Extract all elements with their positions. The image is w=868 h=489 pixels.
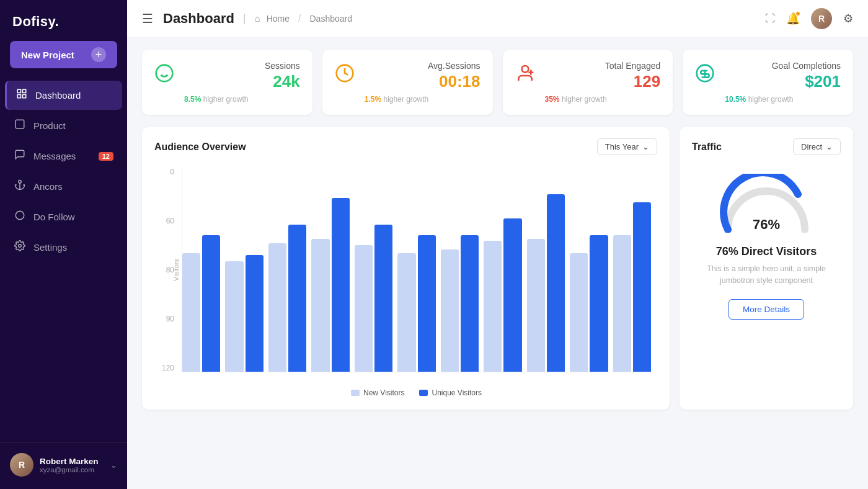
- stat-growth-pct: 1.5%: [365, 95, 381, 104]
- chart-bars-area: Visitors: [182, 168, 651, 372]
- breadcrumb-home[interactable]: Home: [267, 14, 290, 24]
- sidebar-footer: R Robert Marken xyza@gmail.com ⌄: [0, 442, 127, 489]
- chart-bar-new: [613, 235, 631, 372]
- audience-overview-card: Audience Overview This Year ⌄ 1209080600…: [142, 127, 670, 410]
- sidebar-collapse-icon[interactable]: ⌄: [110, 460, 117, 470]
- stat-value-goal_completions: $201: [725, 72, 841, 91]
- notification-icon[interactable]: 🔔: [786, 12, 800, 25]
- breadcrumb-current[interactable]: Dashboard: [309, 14, 352, 24]
- legend-label: New Visitors: [363, 388, 404, 397]
- chart-bar-new: [311, 239, 329, 372]
- sidebar-item-dashboard[interactable]: Dashboard: [5, 81, 122, 110]
- stat-label-avg_sessions: Avg.Sessions: [365, 61, 480, 71]
- stat-body-sessions: Sessions 24k 8.5% higher growth: [184, 61, 300, 104]
- chevron-down-icon-traffic: ⌄: [826, 142, 833, 151]
- chart-bar-unique: [374, 225, 392, 372]
- legend-color: [419, 390, 428, 396]
- hamburger-icon[interactable]: ☰: [142, 11, 153, 26]
- sidebar-item-label: Product: [33, 120, 66, 131]
- new-project-button[interactable]: New Project +: [10, 41, 117, 68]
- chart-bar-unique: [503, 218, 521, 372]
- chart-bar-new: [397, 253, 415, 372]
- chart-bar-group: [268, 168, 306, 372]
- chart-bar-group: [570, 168, 608, 372]
- stat-growth-pct: 10.5%: [725, 95, 746, 104]
- notification-dot: [795, 11, 800, 16]
- stat-growth-text: higher growth: [383, 95, 428, 104]
- sidebar-item-label: Settings: [33, 242, 67, 253]
- stat-growth-pct: 35%: [545, 95, 560, 104]
- sidebar: Dofisy. New Project + DashboardProductMe…: [0, 0, 127, 489]
- stat-value-avg_sessions: 00:18: [365, 72, 480, 91]
- chart-bar-unique: [288, 225, 306, 372]
- legend-color: [351, 390, 360, 396]
- sidebar-item-settings[interactable]: Settings: [5, 233, 122, 262]
- audience-filter-dropdown[interactable]: This Year ⌄: [597, 138, 657, 155]
- svg-rect-4: [16, 120, 24, 128]
- stat-body-avg_sessions: Avg.Sessions 00:18 1.5% higher growth: [365, 61, 480, 104]
- stat-card-avg_sessions: Avg.Sessions 00:18 1.5% higher growth: [322, 50, 493, 115]
- sidebar-user-email: xyza@gmail.com: [40, 466, 104, 473]
- home-icon: ⌂: [255, 13, 260, 24]
- stat-label-goal_completions: Goal Completions: [725, 61, 841, 71]
- sidebar-item-product[interactable]: Product: [5, 111, 122, 140]
- traffic-direct-label: 76% Direct Visitors: [716, 245, 817, 258]
- traffic-card: Traffic Direct ⌄ 76% 76% Direct Vis: [680, 127, 853, 410]
- traffic-filter-dropdown[interactable]: Direct ⌄: [793, 138, 841, 155]
- breadcrumb-slash: /: [298, 13, 301, 24]
- chart-bar-unique: [202, 235, 220, 372]
- sidebar-item-label: Ancors: [33, 181, 63, 192]
- stat-value-total_engaged: 129: [545, 72, 661, 91]
- chart-legend: New VisitorsUnique Visitors: [182, 388, 651, 397]
- sidebar-user-name: Robert Marken: [40, 457, 104, 466]
- svg-rect-0: [17, 89, 20, 92]
- svg-point-7: [16, 211, 24, 220]
- sidebar-item-ancors[interactable]: Ancors: [5, 172, 122, 201]
- legend-item: New Visitors: [351, 388, 404, 397]
- stats-row: Sessions 24k 8.5% higher growth Avg.Sess…: [142, 50, 853, 115]
- sidebar-item-messages[interactable]: Messages12: [5, 141, 122, 171]
- sidebar-item-label: Dashboard: [35, 90, 81, 101]
- chart-bar-group: [311, 168, 349, 372]
- settings-icon[interactable]: ⚙: [843, 12, 853, 25]
- audience-title: Audience Overview: [154, 141, 246, 153]
- stat-growth-text: higher growth: [748, 95, 794, 104]
- chart-bar-new: [441, 249, 459, 372]
- gear-icon: [14, 240, 26, 254]
- topbar-avatar[interactable]: R: [811, 8, 832, 29]
- fullscreen-icon[interactable]: ⛶: [765, 13, 775, 24]
- grid-icon: [16, 88, 28, 102]
- gauge-container: 76%: [717, 174, 816, 233]
- chart-bar-new: [355, 245, 373, 372]
- app-logo: Dofisy.: [0, 0, 127, 41]
- stat-label-sessions: Sessions: [184, 61, 300, 71]
- chart-bar-group: [484, 168, 521, 372]
- messages-badge: 12: [99, 152, 113, 161]
- stat-growth-avg_sessions: 1.5% higher growth: [365, 95, 480, 104]
- sidebar-item-dofollow[interactable]: Do Follow: [5, 202, 122, 231]
- chart-bar-unique: [590, 235, 608, 372]
- chevron-down-icon: ⌄: [642, 142, 649, 151]
- chart-bar-unique: [418, 235, 436, 372]
- sidebar-user-info: Robert Marken xyza@gmail.com: [40, 457, 104, 473]
- chart-bar-unique: [547, 194, 565, 372]
- stat-card-goal_completions: Goal Completions $201 10.5% higher growt…: [683, 50, 853, 115]
- chart-bar-new: [484, 241, 502, 372]
- stat-body-total_engaged: Total Engaged 129 35% higher growth: [545, 61, 661, 104]
- stat-growth-pct: 8.5%: [184, 95, 201, 104]
- topbar-icons: ⛶ 🔔 R ⚙: [765, 8, 853, 29]
- stat-growth-text: higher growth: [562, 95, 607, 104]
- smile-stat-icon: [154, 63, 174, 87]
- chart-y-label: 60: [154, 217, 178, 225]
- clock-stat-icon: [335, 63, 355, 87]
- svg-rect-2: [17, 95, 20, 98]
- main-grid: Audience Overview This Year ⌄ 1209080600…: [142, 127, 853, 410]
- more-details-button[interactable]: More Details: [728, 299, 804, 320]
- legend-item: Unique Visitors: [419, 388, 481, 397]
- audience-chart: 1209080600 Visitors New VisitorsUnique V…: [154, 161, 657, 403]
- dollar-stat-icon: [695, 63, 715, 87]
- traffic-card-header: Traffic Direct ⌄: [692, 138, 841, 155]
- stat-growth-text: higher growth: [203, 95, 249, 104]
- svg-point-8: [19, 244, 22, 248]
- chart-bar-unique: [332, 198, 350, 372]
